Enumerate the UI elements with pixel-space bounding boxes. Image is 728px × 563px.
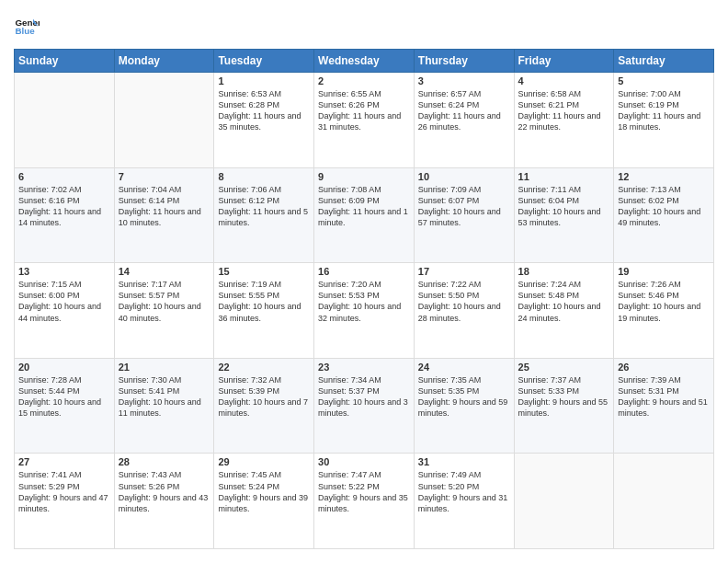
sunrise-text: Sunrise: 7:02 AM xyxy=(18,184,110,195)
daylight-text: Daylight: 11 hours and 5 minutes. xyxy=(218,206,310,228)
cell-content: Sunrise: 7:08 AM Sunset: 6:09 PM Dayligh… xyxy=(318,184,410,229)
sunset-text: Sunset: 5:22 PM xyxy=(318,481,410,492)
sunrise-text: Sunrise: 6:57 AM xyxy=(418,88,510,99)
calendar-cell: 25 Sunrise: 7:37 AM Sunset: 5:33 PM Dayl… xyxy=(514,358,614,454)
sunset-text: Sunset: 5:46 PM xyxy=(618,290,710,301)
sunrise-text: Sunrise: 7:17 AM xyxy=(119,279,210,290)
day-number: 16 xyxy=(318,266,410,277)
cell-content: Sunrise: 7:24 AM Sunset: 5:48 PM Dayligh… xyxy=(518,279,610,324)
cell-content: Sunrise: 6:53 AM Sunset: 6:28 PM Dayligh… xyxy=(218,88,310,133)
cell-content: Sunrise: 7:30 AM Sunset: 5:41 PM Dayligh… xyxy=(119,374,210,419)
calendar-week-row: 27 Sunrise: 7:41 AM Sunset: 5:29 PM Dayl… xyxy=(15,454,714,549)
calendar-week-row: 6 Sunrise: 7:02 AM Sunset: 6:16 PM Dayli… xyxy=(15,167,714,263)
sunrise-text: Sunrise: 7:06 AM xyxy=(218,184,310,195)
cell-content: Sunrise: 7:39 AM Sunset: 5:31 PM Dayligh… xyxy=(618,374,710,419)
sunrise-text: Sunrise: 7:34 AM xyxy=(318,374,410,385)
sunset-text: Sunset: 6:02 PM xyxy=(618,195,710,206)
cell-content: Sunrise: 7:41 AM Sunset: 5:29 PM Dayligh… xyxy=(18,469,110,514)
daylight-text: Daylight: 9 hours and 31 minutes. xyxy=(418,492,510,514)
day-number: 3 xyxy=(418,75,510,86)
sunrise-text: Sunrise: 6:58 AM xyxy=(518,88,610,99)
cell-content: Sunrise: 7:17 AM Sunset: 5:57 PM Dayligh… xyxy=(119,279,210,324)
daylight-text: Daylight: 9 hours and 39 minutes. xyxy=(218,492,310,514)
cell-content: Sunrise: 7:34 AM Sunset: 5:37 PM Dayligh… xyxy=(318,374,410,419)
sunrise-text: Sunrise: 7:24 AM xyxy=(518,279,610,290)
daylight-text: Daylight: 9 hours and 55 minutes. xyxy=(518,396,610,419)
day-number: 19 xyxy=(618,266,710,277)
sunrise-text: Sunrise: 7:28 AM xyxy=(18,374,110,385)
weekday-header: Thursday xyxy=(414,50,514,73)
cell-content: Sunrise: 7:00 AM Sunset: 6:19 PM Dayligh… xyxy=(618,88,710,133)
calendar-cell: 7 Sunrise: 7:04 AM Sunset: 6:14 PM Dayli… xyxy=(114,167,214,263)
cell-content: Sunrise: 7:09 AM Sunset: 6:07 PM Dayligh… xyxy=(418,184,510,229)
cell-content: Sunrise: 7:37 AM Sunset: 5:33 PM Dayligh… xyxy=(518,374,610,419)
sunrise-text: Sunrise: 7:35 AM xyxy=(418,374,510,385)
sunrise-text: Sunrise: 7:09 AM xyxy=(418,184,510,195)
sunrise-text: Sunrise: 7:41 AM xyxy=(18,469,110,480)
calendar-cell: 30 Sunrise: 7:47 AM Sunset: 5:22 PM Dayl… xyxy=(314,454,415,549)
daylight-text: Daylight: 10 hours and 57 minutes. xyxy=(418,206,510,228)
daylight-text: Daylight: 9 hours and 51 minutes. xyxy=(618,396,710,419)
sunrise-text: Sunrise: 6:55 AM xyxy=(318,88,410,99)
cell-content: Sunrise: 7:19 AM Sunset: 5:55 PM Dayligh… xyxy=(218,279,310,324)
calendar-cell: 29 Sunrise: 7:45 AM Sunset: 5:24 PM Dayl… xyxy=(214,454,314,549)
sunset-text: Sunset: 5:29 PM xyxy=(18,481,110,492)
calendar-cell: 3 Sunrise: 6:57 AM Sunset: 6:24 PM Dayli… xyxy=(414,73,514,168)
calendar-week-row: 1 Sunrise: 6:53 AM Sunset: 6:28 PM Dayli… xyxy=(15,73,714,168)
sunrise-text: Sunrise: 7:15 AM xyxy=(18,279,110,290)
cell-content: Sunrise: 7:49 AM Sunset: 5:20 PM Dayligh… xyxy=(418,469,510,514)
cell-content: Sunrise: 7:28 AM Sunset: 5:44 PM Dayligh… xyxy=(18,374,110,419)
sunrise-text: Sunrise: 7:22 AM xyxy=(418,279,510,290)
calendar-cell: 15 Sunrise: 7:19 AM Sunset: 5:55 PM Dayl… xyxy=(214,263,314,359)
daylight-text: Daylight: 10 hours and 44 minutes. xyxy=(18,301,110,323)
day-number: 15 xyxy=(218,266,310,277)
sunrise-text: Sunrise: 7:00 AM xyxy=(618,88,710,99)
sunset-text: Sunset: 5:35 PM xyxy=(418,385,510,396)
sunset-text: Sunset: 5:50 PM xyxy=(418,290,510,301)
sunset-text: Sunset: 6:12 PM xyxy=(218,195,310,206)
day-number: 20 xyxy=(18,362,110,373)
daylight-text: Daylight: 11 hours and 1 minute. xyxy=(318,206,410,228)
day-number: 5 xyxy=(618,75,710,86)
sunrise-text: Sunrise: 7:32 AM xyxy=(218,374,310,385)
cell-content: Sunrise: 7:06 AM Sunset: 6:12 PM Dayligh… xyxy=(218,184,310,229)
daylight-text: Daylight: 9 hours and 47 minutes. xyxy=(18,492,110,514)
cell-content: Sunrise: 7:43 AM Sunset: 5:26 PM Dayligh… xyxy=(119,469,210,514)
daylight-text: Daylight: 11 hours and 26 minutes. xyxy=(418,110,510,132)
calendar-cell: 17 Sunrise: 7:22 AM Sunset: 5:50 PM Dayl… xyxy=(414,263,514,359)
sunrise-text: Sunrise: 7:19 AM xyxy=(218,279,310,290)
day-number: 10 xyxy=(418,171,510,182)
sunset-text: Sunset: 5:55 PM xyxy=(218,290,310,301)
cell-content: Sunrise: 6:55 AM Sunset: 6:26 PM Dayligh… xyxy=(318,88,410,133)
calendar-cell: 2 Sunrise: 6:55 AM Sunset: 6:26 PM Dayli… xyxy=(314,73,415,168)
sunset-text: Sunset: 6:28 PM xyxy=(218,99,310,110)
day-number: 7 xyxy=(119,171,210,182)
sunset-text: Sunset: 5:20 PM xyxy=(418,481,510,492)
sunset-text: Sunset: 5:44 PM xyxy=(18,385,110,396)
sunrise-text: Sunrise: 7:30 AM xyxy=(119,374,210,385)
weekday-header: Sunday xyxy=(15,50,115,73)
daylight-text: Daylight: 11 hours and 35 minutes. xyxy=(218,110,310,132)
calendar-cell: 28 Sunrise: 7:43 AM Sunset: 5:26 PM Dayl… xyxy=(114,454,214,549)
daylight-text: Daylight: 10 hours and 40 minutes. xyxy=(119,301,210,323)
calendar-cell xyxy=(15,73,115,168)
day-number: 11 xyxy=(518,171,610,182)
daylight-text: Daylight: 10 hours and 7 minutes. xyxy=(218,396,310,419)
weekday-header: Monday xyxy=(114,50,214,73)
calendar-cell: 5 Sunrise: 7:00 AM Sunset: 6:19 PM Dayli… xyxy=(614,73,714,168)
day-number: 8 xyxy=(218,171,310,182)
day-number: 24 xyxy=(418,362,510,373)
sunset-text: Sunset: 6:16 PM xyxy=(18,195,110,206)
calendar-cell: 9 Sunrise: 7:08 AM Sunset: 6:09 PM Dayli… xyxy=(314,167,415,263)
calendar-cell: 27 Sunrise: 7:41 AM Sunset: 5:29 PM Dayl… xyxy=(15,454,115,549)
day-number: 21 xyxy=(119,362,210,373)
sunrise-text: Sunrise: 7:37 AM xyxy=(518,374,610,385)
day-number: 25 xyxy=(518,362,610,373)
daylight-text: Daylight: 9 hours and 59 minutes. xyxy=(418,396,510,419)
sunset-text: Sunset: 6:26 PM xyxy=(318,99,410,110)
calendar-cell: 14 Sunrise: 7:17 AM Sunset: 5:57 PM Dayl… xyxy=(114,263,214,359)
calendar-cell: 6 Sunrise: 7:02 AM Sunset: 6:16 PM Dayli… xyxy=(15,167,115,263)
weekday-header: Saturday xyxy=(614,50,714,73)
cell-content: Sunrise: 7:32 AM Sunset: 5:39 PM Dayligh… xyxy=(218,374,310,419)
cell-content: Sunrise: 7:26 AM Sunset: 5:46 PM Dayligh… xyxy=(618,279,710,324)
